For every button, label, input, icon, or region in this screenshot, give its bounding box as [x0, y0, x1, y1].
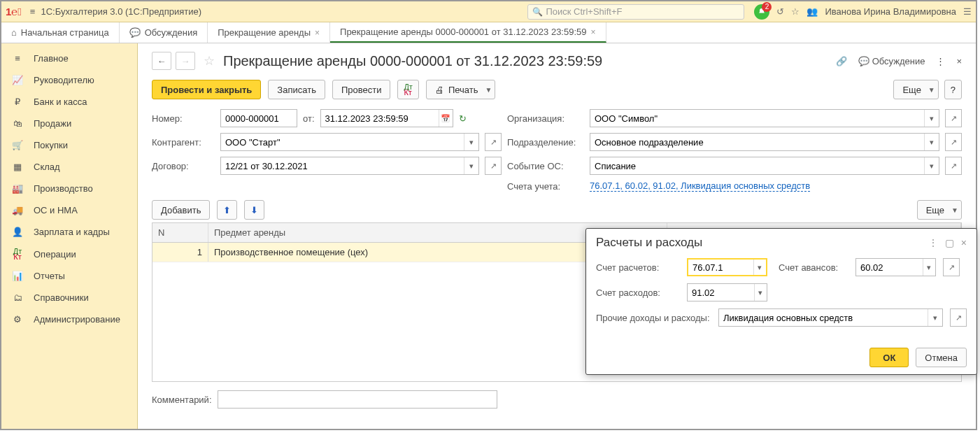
more-vertical-icon[interactable]: ⋮ — [928, 237, 938, 248]
col-n[interactable]: N — [152, 223, 208, 242]
add-row-button[interactable]: Добавить — [152, 200, 210, 220]
sidebar-item-warehouse[interactable]: ▦Склад — [1, 156, 137, 178]
ok-button[interactable]: ОК — [869, 348, 909, 367]
tab-label: Прекращение аренды 0000-000001 от 31.12.… — [340, 27, 586, 37]
acc-advance-field[interactable]: ▾ — [855, 258, 936, 276]
sidebar-item-main[interactable]: ≡Главное — [1, 48, 137, 69]
tab-discussions[interactable]: 💬 Обсуждения — [120, 22, 208, 43]
sidebar-item-sales[interactable]: 🛍Продажи — [1, 113, 137, 134]
close-icon[interactable]: × — [591, 27, 596, 37]
bag-icon: 🛍 — [11, 118, 24, 129]
chevron-down-icon[interactable]: ▾ — [754, 284, 767, 301]
menu-icon[interactable]: ≡ — [30, 6, 36, 17]
move-down-button[interactable]: ⬇ — [244, 200, 264, 220]
bar-chart-icon: 📊 — [11, 271, 24, 281]
sidebar-item-assets[interactable]: 🚚ОС и НМА — [1, 199, 137, 221]
tab-home[interactable]: ⌂ Начальная страница — [1, 22, 120, 43]
post-and-close-button[interactable]: Провести и закрыть — [152, 80, 261, 99]
help-button[interactable]: ? — [944, 80, 962, 99]
chevron-down-icon[interactable]: ▾ — [464, 134, 478, 150]
chevron-down-icon[interactable]: ▾ — [928, 309, 942, 326]
tab-termination-list[interactable]: Прекращение аренды × — [208, 22, 330, 43]
accounts-link[interactable]: 76.07.1, 60.02, 91.02, Ликвидация основн… — [590, 180, 810, 192]
number-field[interactable] — [220, 109, 297, 127]
chevron-down-icon[interactable]: ▾ — [923, 259, 935, 276]
comment-input[interactable] — [218, 391, 497, 408]
subdiv-open-button[interactable]: ↗ — [945, 133, 962, 151]
sidebar-item-production[interactable]: 🏭Производство — [1, 178, 137, 199]
calendar-icon[interactable]: 📅 — [439, 110, 453, 127]
cart-icon: 🛒 — [11, 140, 24, 150]
more-button[interactable]: Еще▼ — [893, 80, 938, 99]
move-up-button[interactable]: ⬆ — [217, 200, 237, 220]
chevron-down-icon: ▼ — [485, 86, 492, 94]
close-icon[interactable]: × — [956, 56, 962, 66]
contract-open-button[interactable]: ↗ — [485, 157, 502, 175]
more-vertical-icon[interactable]: ⋮ — [936, 56, 945, 66]
other-input[interactable] — [719, 309, 928, 326]
history-icon[interactable]: ↺ — [776, 6, 784, 17]
user-name[interactable]: Иванова Ирина Владимировна — [825, 6, 956, 17]
discuss-button[interactable]: 💬 Обсуждение — [858, 56, 925, 66]
sidebar-item-reports[interactable]: 📊Отчеты — [1, 265, 137, 287]
subdiv-input[interactable] — [590, 134, 924, 150]
chevron-down-icon[interactable]: ▾ — [464, 157, 478, 174]
acc-settle-input[interactable] — [688, 260, 753, 275]
chevron-down-icon[interactable]: ▾ — [924, 157, 939, 174]
notifications-button[interactable]: 2 — [754, 4, 769, 20]
post-button[interactable]: Провести — [332, 80, 391, 99]
forward-button[interactable]: → — [176, 52, 195, 70]
refresh-icon[interactable]: ↻ — [459, 113, 467, 124]
chevron-down-icon[interactable]: ▾ — [753, 260, 766, 275]
other-open-button[interactable]: ↗ — [950, 308, 967, 327]
star-icon[interactable]: ☆ — [204, 53, 215, 69]
contr-field[interactable]: ▾ — [220, 133, 479, 151]
other-field[interactable]: ▾ — [718, 308, 943, 327]
acc-settle-field[interactable]: ▾ — [687, 258, 767, 276]
sidebar-item-hr[interactable]: 👤Зарплата и кадры — [1, 221, 137, 243]
sidebar-item-purchases[interactable]: 🛒Покупки — [1, 134, 137, 156]
sidebar-item-operations[interactable]: ДтКтОперации — [1, 243, 137, 265]
back-button[interactable]: ← — [152, 52, 171, 70]
maximize-icon[interactable]: ▢ — [945, 237, 954, 248]
acc-expense-input[interactable] — [688, 284, 754, 301]
search-input[interactable]: 🔍 Поиск Ctrl+Shift+F — [527, 4, 744, 20]
table-more-button[interactable]: Еще▼ — [917, 200, 962, 220]
link-icon[interactable]: 🔗 — [836, 56, 847, 66]
contr-input[interactable] — [221, 134, 464, 150]
contract-input[interactable] — [221, 157, 464, 174]
close-icon[interactable]: × — [315, 28, 320, 38]
event-open-button[interactable]: ↗ — [945, 157, 962, 175]
date-input[interactable] — [321, 110, 439, 127]
acc-advance-input[interactable] — [856, 259, 923, 276]
date-field[interactable]: 📅 — [320, 109, 453, 127]
subdiv-field[interactable]: ▾ — [590, 133, 939, 151]
close-icon[interactable]: × — [961, 237, 967, 248]
number-input[interactable] — [221, 110, 297, 127]
sidebar-item-catalogs[interactable]: 🗂Справочники — [1, 287, 137, 308]
acc-expense-field[interactable]: ▾ — [687, 283, 767, 301]
sidebar-item-bank[interactable]: ₽Банк и касса — [1, 91, 137, 113]
transactions-button[interactable]: ДтКт — [397, 80, 419, 99]
sidebar-item-manager[interactable]: 📈Руководителю — [1, 69, 137, 91]
acc-advance-open-button[interactable]: ↗ — [943, 258, 960, 276]
chevron-down-icon[interactable]: ▾ — [924, 110, 939, 127]
event-input[interactable] — [590, 157, 924, 174]
org-open-button[interactable]: ↗ — [945, 109, 962, 127]
settings-icon[interactable]: ☰ — [963, 6, 972, 17]
contract-field[interactable]: ▾ — [220, 157, 479, 175]
comment-field[interactable] — [218, 390, 497, 409]
sidebar-item-admin[interactable]: ⚙Администрирование — [1, 308, 137, 330]
tab-termination-doc[interactable]: Прекращение аренды 0000-000001 от 31.12.… — [330, 22, 606, 43]
favorite-icon[interactable]: ☆ — [791, 6, 800, 17]
contr-open-button[interactable]: ↗ — [485, 133, 502, 151]
org-input[interactable] — [590, 110, 924, 127]
org-field[interactable]: ▾ — [590, 109, 939, 127]
event-field[interactable]: ▾ — [590, 157, 939, 175]
users-icon[interactable]: 👥 — [807, 6, 818, 17]
sidebar-item-label: Руководителю — [34, 75, 94, 85]
chevron-down-icon[interactable]: ▾ — [924, 134, 939, 150]
cancel-button[interactable]: Отмена — [916, 348, 967, 367]
write-button[interactable]: Записать — [268, 80, 325, 99]
print-button[interactable]: 🖨Печать▼ — [426, 80, 496, 99]
